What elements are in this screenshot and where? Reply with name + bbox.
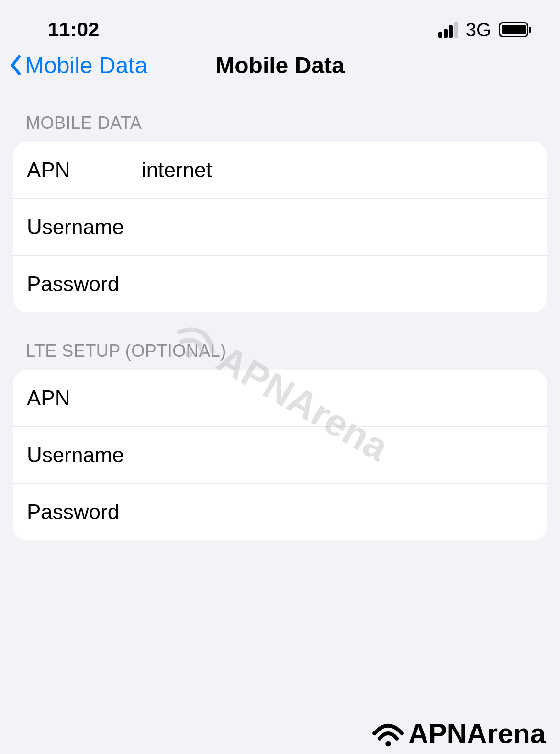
row-mobile-data-password[interactable]: Password (13, 256, 547, 312)
back-label: Mobile Data (25, 52, 147, 79)
status-time: 11:02 (48, 18, 99, 41)
network-type: 3G (466, 19, 491, 41)
input-lte-password[interactable] (142, 500, 533, 524)
label-password: Password (27, 272, 142, 296)
signal-icon (438, 22, 458, 38)
label-username: Username (27, 443, 142, 467)
nav-bar: Mobile Data Mobile Data (0, 51, 560, 84)
footer-logo: APNArena (371, 717, 546, 749)
input-lte-apn[interactable] (142, 386, 533, 410)
status-bar: 11:02 3G (0, 0, 560, 51)
chevron-left-icon (10, 55, 21, 76)
battery-icon (499, 22, 531, 37)
back-button[interactable]: Mobile Data (10, 52, 147, 79)
label-apn: APN (27, 158, 142, 182)
input-lte-username[interactable] (142, 443, 533, 467)
input-mobile-data-apn[interactable] (142, 158, 533, 182)
section-header-mobile-data: MOBILE DATA (0, 84, 560, 142)
row-mobile-data-username[interactable]: Username (13, 199, 547, 256)
section-group-mobile-data: APN Username Password (13, 142, 547, 312)
label-apn: APN (27, 386, 142, 410)
label-password: Password (27, 500, 142, 524)
wifi-icon (371, 720, 405, 747)
svg-point-1 (385, 741, 391, 746)
input-mobile-data-password[interactable] (142, 272, 533, 296)
row-lte-password[interactable]: Password (13, 484, 547, 540)
row-lte-apn[interactable]: APN (13, 370, 547, 427)
page-title: Mobile Data (215, 52, 344, 79)
section-header-lte-setup: LTE SETUP (OPTIONAL) (0, 312, 560, 370)
section-group-lte-setup: APN Username Password (13, 370, 547, 540)
row-lte-username[interactable]: Username (13, 427, 547, 484)
label-username: Username (27, 215, 142, 239)
row-mobile-data-apn[interactable]: APN (13, 142, 547, 199)
status-right: 3G (438, 19, 531, 41)
input-mobile-data-username[interactable] (142, 215, 533, 239)
